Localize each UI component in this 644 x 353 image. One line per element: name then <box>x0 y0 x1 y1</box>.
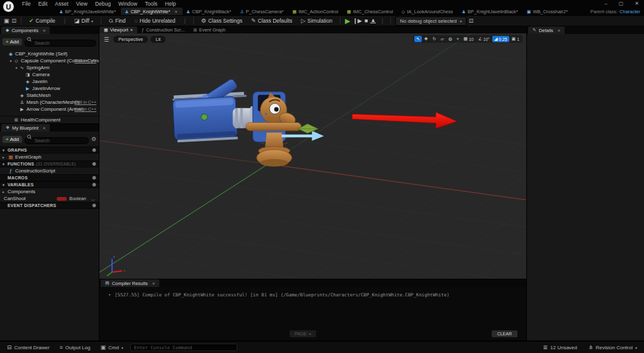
menu-file[interactable]: File <box>19 0 34 8</box>
hide-unrelated-options-icon[interactable]: ⋮ <box>181 18 189 24</box>
menu-asset[interactable]: Asset <box>52 0 71 8</box>
asset-tab[interactable]: ▣WB_Crosshair2* <box>523 8 573 15</box>
gear-icon[interactable]: ⚙ <box>91 136 96 142</box>
component-row[interactable]: ⊞HealthComponent <box>0 116 99 123</box>
category-components[interactable]: ▸Components <box>0 188 99 195</box>
expander-icon[interactable]: ▾ <box>8 59 13 63</box>
translate-tool-icon[interactable]: ✚ <box>422 36 430 42</box>
add-component-button[interactable]: + Add <box>3 38 22 45</box>
hide-unrelated-button[interactable]: ◌ Hide Unrelated <box>131 16 178 25</box>
find-button[interactable]: Find <box>106 16 129 25</box>
viewport-3d[interactable]: z x ☰ Perspective Lit ↖✚↻▱◍⌖▦10∠10°◢0.25… <box>99 33 526 279</box>
close-icon[interactable]: × <box>43 28 45 33</box>
details-tab[interactable]: ✎ Details × <box>528 26 565 34</box>
blueprint-item-constructionscript[interactable]: ƒConstructionScript <box>0 167 99 174</box>
component-row[interactable]: ▾◇Capsule Component (CollisionCylinder)E… <box>0 57 99 64</box>
menu-tools[interactable]: Tools <box>142 0 161 8</box>
output-log-button[interactable]: ≡ Output Log <box>57 343 94 352</box>
compiler-results-tab[interactable]: ▤ Compiler Results × <box>101 279 159 287</box>
eject-button[interactable]: ▲ <box>370 18 376 23</box>
blueprint-item-eventgraph[interactable]: ▸▦EventGraph <box>0 154 99 160</box>
asset-tab[interactable]: ♟BP_KnightJavelinBlack* <box>458 8 523 15</box>
caret-down-icon[interactable]: ▾ <box>3 162 8 166</box>
world-coordinate-icon[interactable]: ◍ <box>446 36 454 42</box>
asset-tab[interactable]: ▦IMC_ActionControl <box>289 8 344 15</box>
close-icon[interactable]: × <box>152 281 155 286</box>
vtab-construction-scr-[interactable]: ƒConstruction Scr... <box>137 26 189 33</box>
maximize-button[interactable]: ▢ <box>616 0 626 7</box>
component-row[interactable]: ▶Arrow Component (Arrow)Edit in C++ <box>0 106 99 113</box>
expander-icon[interactable]: ▸ <box>3 155 8 159</box>
close-button[interactable]: ✕ <box>632 0 641 7</box>
expander-icon[interactable]: ▾ <box>14 65 19 70</box>
page-dropdown[interactable]: PAGE▾ <box>290 330 316 337</box>
parent-class-link[interactable]: Character <box>619 9 640 14</box>
add-new-icon[interactable]: ⊕ <box>92 161 96 167</box>
vtab-event-graph[interactable]: ⊞Event Graph <box>189 26 230 33</box>
viewport-menu-icon[interactable]: ☰ <box>102 36 111 43</box>
console-command-input[interactable] <box>130 344 237 351</box>
asset-tab[interactable]: ◇IA_LookAroundChess <box>398 8 458 15</box>
component-row[interactable]: ◉CBP_KnightWhite (Self) <box>0 50 99 57</box>
component-row[interactable]: ♙Mesh (CharacterMesh0)Edit in C++ <box>0 99 99 106</box>
components-search-input[interactable] <box>25 40 96 47</box>
scale-tool-icon[interactable]: ▱ <box>439 36 446 42</box>
section-functions[interactable]: ▾FUNCTIONS(31 OVERRIDABLE)⊕ <box>0 160 99 167</box>
minimize-button[interactable]: – <box>602 0 609 7</box>
component-row[interactable]: ◈Javelin <box>0 78 99 85</box>
add-new-icon[interactable]: ⊕ <box>92 203 96 208</box>
add-blueprint-item-button[interactable]: + Add <box>3 136 22 143</box>
class-defaults-button[interactable]: ✎ Class Defaults <box>248 16 295 25</box>
compile-button[interactable]: ✔ Compile <box>26 16 59 25</box>
close-icon[interactable]: × <box>43 125 45 131</box>
caret-right-icon[interactable]: ▸ <box>3 189 8 194</box>
caret-down-icon[interactable]: ▾ <box>3 148 8 152</box>
menu-edit[interactable]: Edit <box>35 0 51 8</box>
play-button[interactable]: ▶ <box>345 18 350 25</box>
perspective-dropdown[interactable]: Perspective <box>113 36 148 43</box>
compile-options-icon[interactable]: ⋮ <box>61 18 69 24</box>
revision-control-button[interactable]: ⋔ Revision Control▾ <box>585 343 640 352</box>
play-options-icon[interactable]: ⋮ <box>378 18 386 24</box>
my-blueprint-tab[interactable]: ❖ My Blueprint × <box>1 124 50 132</box>
section-macros[interactable]: MACROS⊕ <box>0 174 99 181</box>
add-new-icon[interactable]: ⊕ <box>92 147 96 153</box>
menu-debug[interactable]: Debug <box>92 0 114 8</box>
grid-snap-icon[interactable]: ▦10 <box>461 36 475 42</box>
vtab-viewport[interactable]: ▦Viewport× <box>99 26 137 33</box>
surface-snap-icon[interactable]: ⌖ <box>455 36 461 42</box>
cmd-dropdown[interactable]: ▣ Cmd▾ <box>97 343 126 352</box>
asset-tab[interactable]: ▦IMC_ChessControl <box>343 8 398 15</box>
close-icon[interactable]: × <box>130 27 133 33</box>
add-new-icon[interactable]: ⊕ <box>92 182 96 188</box>
caret-down-icon[interactable]: ▾ <box>3 182 8 187</box>
component-row[interactable]: ▶JavelinArrow <box>0 85 99 92</box>
component-row[interactable]: ◈StaticMesh <box>0 92 99 99</box>
variable-canshoot[interactable]: CanShootBoolean◡ <box>0 195 99 202</box>
edit-in-cpp-link[interactable]: Edit in C++ <box>74 107 96 111</box>
add-new-icon[interactable]: ⊕ <box>92 175 96 181</box>
rotate-tool-icon[interactable]: ↻ <box>431 36 438 42</box>
scale-snap-icon[interactable]: ◢0.25 <box>492 36 509 42</box>
asset-tab[interactable]: ♟BP_KnightJavelinWhite* <box>55 8 121 15</box>
close-icon[interactable]: × <box>174 9 177 14</box>
section-graphs[interactable]: ▾GRAPHS⊕ <box>0 147 99 154</box>
edit-in-cpp-link[interactable]: Edit in C++ <box>74 59 96 63</box>
menu-window[interactable]: Window <box>115 0 140 8</box>
debug-object-dropdown[interactable]: No debug object selected▾ <box>395 16 466 26</box>
section-event-dispatchers[interactable]: EVENT DISPATCHERS⊕ <box>0 202 99 209</box>
asset-tab[interactable]: ♟CBP_KnightBlack* <box>183 8 236 15</box>
asset-tab[interactable]: ♙P_ChessCamera* <box>236 8 288 15</box>
clear-button[interactable]: CLEAR <box>492 330 517 337</box>
debug-browse-icon[interactable]: ⊡ <box>469 18 474 24</box>
my-blueprint-search-input[interactable] <box>25 137 89 144</box>
component-row[interactable]: ◨Camera <box>0 71 99 78</box>
camera-speed-icon[interactable]: ▣1 <box>510 36 521 42</box>
simulation-button[interactable]: ▷ Simulation <box>298 16 336 25</box>
components-tab[interactable]: ◆ Components × <box>1 26 50 34</box>
edit-in-cpp-link[interactable]: Edit in C++ <box>74 100 96 104</box>
select-tool-icon[interactable]: ↖ <box>414 36 422 42</box>
rotation-snap-icon[interactable]: ∠10° <box>476 36 492 42</box>
save-icon[interactable]: ▣ <box>4 18 9 24</box>
section-variables[interactable]: ▾VARIABLES⊕ <box>0 181 99 188</box>
